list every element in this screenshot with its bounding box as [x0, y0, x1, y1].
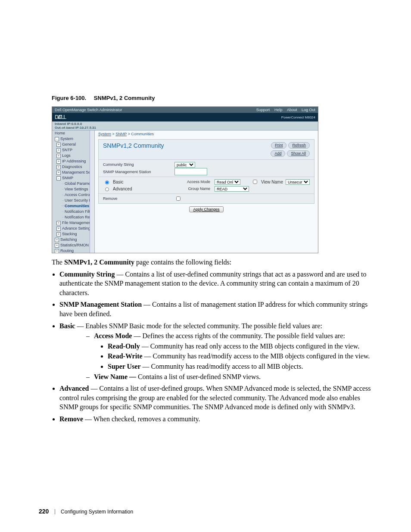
nav-item[interactable]: +Advance Settings [54, 226, 94, 231]
figure-number: Figure 6-100. [52, 95, 86, 101]
label-basic: Basic [113, 180, 177, 184]
label-access-mode: Access Mode [180, 180, 212, 184]
apply-changes-button[interactable]: Apply Changes [189, 206, 223, 212]
nav-item[interactable]: ··Global Paramete [54, 181, 94, 187]
access-mode-select[interactable]: Read Only [215, 179, 240, 185]
nav-item[interactable]: ··User Security M [54, 198, 94, 203]
crumb-snmp[interactable]: SNMP [115, 132, 127, 136]
add-button[interactable]: Add [271, 150, 285, 157]
panel: SNMPv1,2 Community Print Refresh Add Sho… [98, 139, 314, 204]
nav-item[interactable]: ··Notification Filter [54, 209, 94, 215]
section-name: Configuring System Information [61, 509, 133, 515]
bullet-read-write: Read-Write — Community has read/modify a… [108, 352, 372, 361]
app-topbar: Dell OpenManage Switch Administrator Sup… [52, 107, 318, 113]
body-text: The SNMPv1, 2 Community page contains th… [39, 258, 372, 424]
label-view-name: View Name [261, 180, 283, 184]
nav-tree[interactable]: Home-System+General+SNTP+Logs+IP Address… [52, 131, 95, 253]
brand-bar: DELL PowerConnect M8024 [52, 113, 318, 121]
ip-bar: Inband IP:0.0.0.0 Out-of-band IP:10.27.5… [52, 121, 318, 131]
link-support[interactable]: Support [256, 108, 270, 112]
basic-radio[interactable] [105, 180, 109, 184]
bullet-mgmt-station: SNMP Management Station — Contains a lis… [59, 300, 372, 318]
oob-ip: Out-of-band IP:10.27.5.31 [55, 126, 315, 130]
nav-item[interactable]: +Routing [54, 248, 94, 253]
nav-item[interactable]: -SNMP [54, 175, 94, 181]
print-button[interactable]: Print [271, 142, 287, 149]
inband-ip: Inband IP:0.0.0.0 [55, 122, 315, 126]
group-name-select[interactable]: READ [215, 186, 249, 192]
content-pane: System > SNMP > Communities SNMPv1,2 Com… [95, 131, 318, 253]
crumb-system[interactable]: System [98, 132, 111, 136]
nav-item[interactable]: ··Access Control ( [54, 192, 94, 198]
nav-item[interactable]: ··View Settings [54, 187, 94, 192]
nav-item[interactable]: -System [54, 136, 94, 142]
link-about[interactable]: About [287, 108, 297, 112]
nav-item[interactable]: +File Management [54, 220, 94, 226]
community-string-select[interactable]: public [174, 162, 195, 168]
view-name-checkbox[interactable] [253, 180, 257, 184]
label-group-name: Group Name [180, 187, 212, 191]
bullet-view-name: View Name — Contains a list of user-defi… [86, 372, 372, 382]
nav-item[interactable]: +General [54, 142, 94, 147]
panel-title: SNMPv1,2 Community [103, 142, 164, 149]
refresh-button[interactable]: Refresh [288, 142, 310, 149]
nav-item[interactable]: ··Notification Recip [54, 215, 94, 220]
mgmt-station-input[interactable] [174, 168, 207, 175]
showall-button[interactable]: Show All [287, 150, 310, 157]
nav-item[interactable]: +Logs [54, 153, 94, 159]
page-footer: 220 Configuring System Information [39, 508, 133, 515]
remove-checkbox[interactable] [176, 196, 181, 201]
crumb-communities: Communities [131, 132, 154, 136]
bullet-super-user: Super User — Community has read/modify a… [108, 362, 372, 371]
label-community-string: Community String [103, 162, 172, 167]
nav-item[interactable]: +Diagnostics [54, 164, 94, 170]
nav-item[interactable]: +Stacking [54, 231, 94, 237]
nav-item[interactable]: +IP Addressing [54, 159, 94, 164]
bullet-advanced: Advanced — Contains a list of user-defin… [59, 384, 372, 412]
nav-scrollbar[interactable] [90, 131, 94, 253]
figure-title: SNMPv1, 2 Community [94, 95, 155, 101]
topbar-links: Support Help About Log Out [253, 107, 315, 113]
bullet-access-mode: Access Mode — Defines the access rights … [86, 331, 372, 371]
dell-logo: DELL [55, 114, 66, 120]
bullet-remove: Remove — When checked, removes a communi… [59, 414, 372, 424]
nav-item[interactable]: +Management Secur [54, 170, 94, 175]
label-mgmt-station: SNMP Management Station [103, 170, 172, 174]
screenshot-app: Dell OpenManage Switch Administrator Sup… [52, 106, 318, 253]
link-help[interactable]: Help [274, 108, 283, 112]
link-logout[interactable]: Log Out [302, 108, 315, 112]
app-title: Dell OpenManage Switch Administrator [55, 107, 122, 113]
nav-item[interactable]: ··Communities [54, 203, 94, 209]
product-model: PowerConnect M8024 [281, 115, 315, 119]
advanced-radio[interactable] [105, 187, 109, 191]
nav-item[interactable]: Home [54, 131, 94, 136]
page-number: 220 [39, 508, 49, 515]
nav-item[interactable]: +SNTP [54, 147, 94, 153]
nav-item[interactable]: +Switching [54, 237, 94, 243]
label-advanced: Advanced [113, 187, 177, 191]
bullet-read-only: Read-Only — Community has read only acce… [108, 342, 372, 351]
bullet-basic: Basic — Enables SNMP Basic mode for the … [59, 321, 372, 382]
breadcrumb: System > SNMP > Communities [95, 131, 318, 137]
figure-caption: Figure 6-100. SNMPv1, 2 Community [52, 95, 372, 101]
bullet-community-string: Community String — Contains a list of us… [59, 270, 372, 298]
label-remove: Remove [103, 196, 172, 201]
view-name-select[interactable]: Unsecure [286, 179, 310, 185]
intro-line: The SNMPv1, 2 Community page contains th… [52, 258, 372, 267]
nav-item[interactable]: +Statistics/RMON [54, 243, 94, 248]
